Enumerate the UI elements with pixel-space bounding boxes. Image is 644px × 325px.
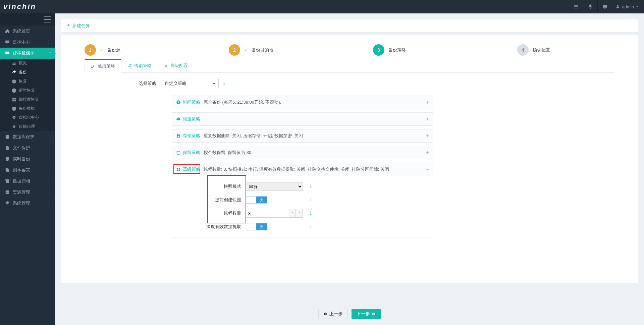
disk-icon: [11, 79, 17, 84]
chevron-icon: 〉: [48, 167, 52, 172]
gear-icon: [4, 201, 11, 206]
expand-icon[interactable]: +: [426, 100, 429, 104]
hamburger-icon: [44, 16, 51, 22]
sidebar-item-label: 文件保护: [11, 145, 30, 151]
inner-tab-label: 通用策略: [98, 63, 115, 69]
precreate-snapshot-label: 提前创建快照: [172, 197, 246, 203]
brand-text: vinchin: [3, 2, 36, 11]
proxy-icon: [11, 124, 17, 129]
sidebar-item-2[interactable]: 虚拟机保护〉: [0, 48, 55, 59]
prev-button[interactable]: 上一步: [318, 309, 347, 319]
monitor-icon: [4, 40, 11, 45]
top-tasks-icon[interactable]: [569, 0, 583, 13]
inner-tabs: 通用策略传输策略高级配置: [85, 59, 614, 73]
inner-tab-2[interactable]: 高级配置: [158, 59, 194, 72]
archive-icon: [4, 179, 11, 183]
next-button[interactable]: 下一步: [352, 309, 381, 319]
info-icon[interactable]: i: [223, 81, 225, 86]
stepper-down[interactable]: ˅: [296, 209, 303, 218]
sidebar-item-6[interactable]: 副本容灾〉: [0, 164, 55, 175]
switch-off-text: 关: [256, 197, 267, 203]
step-3[interactable]: 3备份策略: [350, 44, 494, 56]
sidebar-item-8[interactable]: 资源管理〉: [0, 186, 55, 198]
info-icon[interactable]: i: [310, 211, 312, 216]
stepper-up[interactable]: ˄: [289, 209, 296, 218]
sidebar-item-7[interactable]: 数据归档〉: [0, 175, 55, 186]
arrow-left-icon: [323, 312, 327, 316]
sidebar-item-3[interactable]: 数据库保护〉: [0, 131, 55, 142]
accordion-time[interactable]: 时间策略 完全备份 (每周5, 21:38:00开始, 不滚动). +: [172, 96, 433, 109]
accordion-retain[interactable]: 保留策略 按个数保留, 保留值为 30 +: [172, 146, 433, 159]
switch-off-text: 关: [256, 223, 267, 230]
step-number: 2: [229, 44, 240, 56]
sidebar-sub-2-0[interactable]: 概览: [0, 59, 55, 68]
sidebar-sub-2-7[interactable]: 传输代理: [0, 122, 55, 131]
expand-icon[interactable]: +: [426, 134, 429, 138]
sidebar-sub-label: 备份数据: [19, 106, 35, 111]
accordion-speed[interactable]: 限速策略 +: [172, 112, 433, 126]
save-icon: [176, 133, 181, 138]
swap-icon: [127, 63, 132, 68]
inner-tab-1[interactable]: 传输策略: [121, 59, 158, 72]
top-user-name: admin: [622, 4, 634, 9]
inner-tab-label: 传输策略: [134, 63, 152, 69]
breadcrumb[interactable]: 新建任务: [66, 23, 633, 29]
step-label: 备份策略: [388, 47, 406, 53]
sidebar-sub-label: 备份: [19, 69, 27, 75]
top-bell-icon[interactable]: [583, 0, 597, 13]
sidebar-sub-2-4[interactable]: 细粒度恢复: [0, 95, 55, 104]
thread-count-input[interactable]: [246, 209, 289, 218]
sidebar-sub-2-1[interactable]: 备份: [0, 68, 55, 77]
sidebar-item-label: 系统首页: [11, 28, 30, 34]
db-icon: [4, 134, 11, 139]
pencil-icon: [91, 64, 96, 68]
expand-icon[interactable]: +: [426, 151, 429, 155]
snapshot-mode-label: 快照模式: [172, 183, 246, 189]
select-policy-value: 自定义策略: [165, 80, 186, 87]
info-icon[interactable]: i: [310, 197, 312, 203]
breadcrumb-card: 新建任务: [61, 19, 638, 32]
step-label: 备份源: [107, 47, 120, 53]
gran-icon: [11, 97, 17, 102]
chevron-icon: 〉: [48, 201, 52, 206]
expand-icon[interactable]: +: [426, 117, 429, 121]
accordion-advanced-head[interactable]: 高级策略 线程数量: 3, 快照模式: 串行, 深度有效数据提取: 关闭, 排除…: [172, 163, 433, 176]
top-screen-icon[interactable]: [598, 0, 612, 13]
sidebar-item-4[interactable]: 文件保护〉: [0, 142, 55, 153]
info-icon[interactable]: i: [310, 224, 312, 229]
sidebar-sub-2-2[interactable]: 恢复: [0, 77, 55, 86]
sidebar-item-label: 资源管理: [11, 189, 30, 195]
sidebar-item-1[interactable]: 监控中心〉: [0, 37, 55, 48]
sidebar-sub-2-3[interactable]: 瞬时恢复: [0, 86, 55, 95]
sidebar-sub-2-5[interactable]: 备份数据: [0, 104, 55, 113]
step-label: 备份目的地: [252, 47, 273, 53]
sidebar-item-5[interactable]: 实时备份〉: [0, 153, 55, 164]
inner-tab-0[interactable]: 通用策略: [85, 59, 121, 73]
check-icon: ✓: [100, 48, 103, 52]
step-1[interactable]: 1✓备份源: [61, 44, 205, 56]
thread-count-label: 线程数量: [172, 210, 246, 216]
collapse-icon[interactable]: –: [426, 167, 429, 171]
sidebar-item-9[interactable]: 系统管理〉: [0, 198, 55, 209]
sidebar-collapse[interactable]: [0, 13, 55, 25]
info-icon[interactable]: i: [310, 184, 312, 189]
sidebar-item-label: 虚拟机保护: [11, 50, 35, 56]
arrow-right-icon: [372, 312, 376, 316]
top-user-menu[interactable]: admin: [612, 4, 644, 9]
accordion-store[interactable]: 存储策略 重复数据删除: 关闭, 压缩存储: 开启, 数据加密: 关闭 +: [172, 129, 433, 143]
copy-icon: [4, 168, 11, 172]
precreate-snapshot-switch[interactable]: 关: [246, 196, 267, 204]
sidebar-item-0[interactable]: 系统首页: [0, 25, 55, 37]
select-policy-dropdown[interactable]: 自定义策略: [162, 79, 219, 88]
brand-logo: vinchin: [0, 0, 36, 13]
snapshot-mode-select[interactable]: 串行: [246, 182, 303, 191]
deep-extract-switch[interactable]: 关: [246, 223, 267, 230]
clock-icon: [176, 100, 181, 105]
step-4[interactable]: 4确认配置: [494, 44, 638, 56]
sidebar-item-label: 数据库保护: [11, 134, 35, 140]
sidebar-sub-label: 恢复: [19, 78, 27, 84]
sidebar-sub-2-6[interactable]: 虚拟化中心: [0, 113, 55, 122]
step-2[interactable]: 2✓备份目的地: [205, 44, 350, 56]
chevron-icon: 〉: [48, 178, 52, 183]
select-policy-label: 选择策略: [121, 80, 162, 87]
